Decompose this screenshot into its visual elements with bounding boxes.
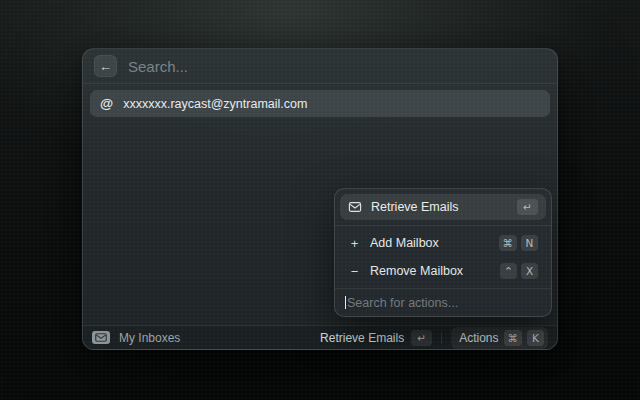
cmd-key-hint: ⌘ — [499, 235, 518, 251]
text-caret — [345, 296, 346, 309]
divider — [441, 332, 442, 344]
action-label: Remove Mailbox — [370, 264, 491, 278]
action-retrieve-emails[interactable]: Retrieve Emails ↵ — [340, 194, 546, 220]
action-label: Add Mailbox — [370, 236, 490, 250]
raycast-window: ← @ xxxxxxx.raycast@zyntramail.com Retri… — [82, 48, 558, 350]
return-key-hint: ↵ — [517, 199, 538, 215]
search-header: ← — [83, 49, 557, 84]
actions-button-label: Actions — [459, 331, 498, 345]
actions-button[interactable]: Actions ⌘ K — [451, 327, 548, 349]
footer-app-label: My Inboxes — [119, 331, 180, 345]
action-remove-mailbox[interactable]: − Remove Mailbox ⌃ X — [340, 258, 546, 284]
footer-bar: My Inboxes Retrieve Emails ↵ Actions ⌘ K — [83, 325, 557, 349]
mailbox-address: xxxxxxx.raycast@zyntramail.com — [123, 97, 307, 111]
back-arrow-icon: ← — [99, 59, 112, 74]
minus-icon: − — [348, 264, 361, 279]
ctrl-key-hint: ⌃ — [500, 263, 517, 279]
list-item-mailbox[interactable]: @ xxxxxxx.raycast@zyntramail.com — [90, 90, 550, 117]
return-key-hint: ↵ — [411, 330, 432, 346]
action-label: Retrieve Emails — [371, 200, 508, 214]
actions-popover: Retrieve Emails ↵ + Add Mailbox ⌘ N − Re… — [334, 188, 552, 317]
primary-action-label: Retrieve Emails — [320, 331, 404, 345]
plus-icon: + — [348, 236, 361, 251]
search-input[interactable] — [128, 58, 546, 75]
x-key-hint: X — [521, 263, 538, 279]
at-sign-icon: @ — [100, 96, 113, 111]
envelope-icon — [348, 200, 362, 214]
back-button[interactable]: ← — [94, 55, 117, 77]
cmd-key-hint: ⌘ — [504, 330, 523, 346]
n-key-hint: N — [521, 235, 538, 251]
actions-search-row — [335, 289, 551, 316]
action-add-mailbox[interactable]: + Add Mailbox ⌘ N — [340, 230, 546, 256]
inbox-app-icon — [92, 331, 110, 344]
actions-search-input[interactable] — [347, 296, 541, 310]
k-key-hint: K — [527, 330, 544, 346]
